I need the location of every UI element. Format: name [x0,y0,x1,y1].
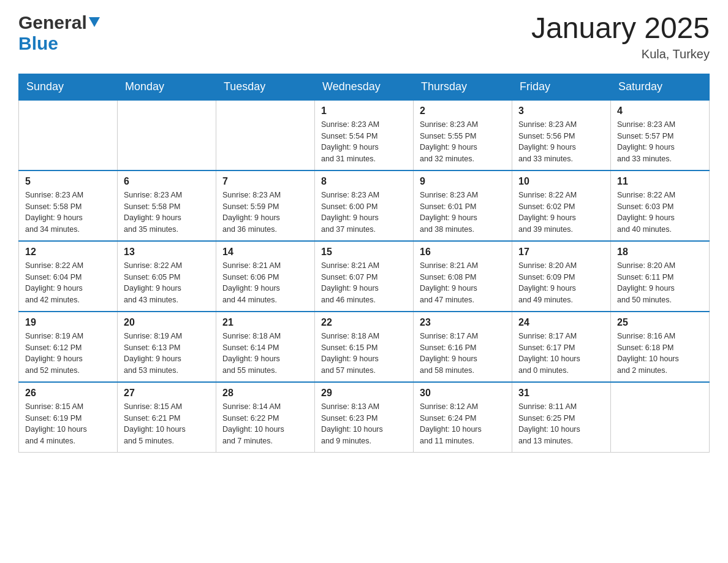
day-info: Sunrise: 8:15 AMSunset: 6:19 PMDaylight:… [25,401,111,447]
month-title: January 2025 [531,12,710,45]
calendar-cell: 21Sunrise: 8:18 AMSunset: 6:14 PMDayligh… [216,312,315,382]
day-info: Sunrise: 8:23 AMSunset: 5:54 PMDaylight:… [321,119,407,165]
day-info: Sunrise: 8:21 AMSunset: 6:07 PMDaylight:… [321,260,407,306]
day-info: Sunrise: 8:22 AMSunset: 6:03 PMDaylight:… [617,190,703,236]
day-info: Sunrise: 8:23 AMSunset: 5:56 PMDaylight:… [518,119,604,165]
day-info: Sunrise: 8:21 AMSunset: 6:08 PMDaylight:… [420,260,506,306]
calendar-cell: 11Sunrise: 8:22 AMSunset: 6:03 PMDayligh… [611,170,710,241]
day-number: 22 [321,317,407,328]
day-info: Sunrise: 8:23 AMSunset: 5:59 PMDaylight:… [222,190,308,236]
day-number: 29 [321,388,407,399]
day-info: Sunrise: 8:23 AMSunset: 6:01 PMDaylight:… [420,190,506,236]
day-info: Sunrise: 8:20 AMSunset: 6:09 PMDaylight:… [518,260,604,306]
day-info: Sunrise: 8:23 AMSunset: 6:00 PMDaylight:… [321,190,407,236]
day-number: 6 [124,176,210,187]
calendar-cell: 27Sunrise: 8:15 AMSunset: 6:21 PMDayligh… [118,382,216,453]
calendar-cell: 18Sunrise: 8:20 AMSunset: 6:11 PMDayligh… [611,241,710,312]
calendar-cell: 24Sunrise: 8:17 AMSunset: 6:17 PMDayligh… [512,312,611,382]
calendar-cell: 8Sunrise: 8:23 AMSunset: 6:00 PMDaylight… [315,170,414,241]
calendar-cell: 31Sunrise: 8:11 AMSunset: 6:25 PMDayligh… [512,382,611,453]
day-number: 12 [25,247,111,258]
calendar-cell: 22Sunrise: 8:18 AMSunset: 6:15 PMDayligh… [315,312,414,382]
calendar-week-row: 26Sunrise: 8:15 AMSunset: 6:19 PMDayligh… [19,382,710,453]
calendar-cell: 1Sunrise: 8:23 AMSunset: 5:54 PMDaylight… [315,100,414,170]
day-number: 2 [420,105,506,117]
day-number: 1 [321,105,407,117]
calendar-cell [216,100,315,170]
day-number: 3 [518,105,604,117]
day-number: 13 [124,247,210,258]
day-info: Sunrise: 8:22 AMSunset: 6:02 PMDaylight:… [518,190,604,236]
day-of-week-header: Wednesday [315,74,414,100]
logo-blue-text: Blue [18,33,58,53]
day-of-week-header: Monday [118,74,216,100]
day-number: 27 [124,388,210,399]
location: Kula, Turkey [531,47,710,61]
day-info: Sunrise: 8:22 AMSunset: 6:04 PMDaylight:… [25,260,111,306]
calendar-cell: 19Sunrise: 8:19 AMSunset: 6:12 PMDayligh… [19,312,118,382]
day-info: Sunrise: 8:17 AMSunset: 6:16 PMDaylight:… [420,331,506,377]
calendar-cell: 4Sunrise: 8:23 AMSunset: 5:57 PMDaylight… [611,100,710,170]
day-number: 11 [617,176,703,187]
day-info: Sunrise: 8:23 AMSunset: 5:58 PMDaylight:… [25,190,111,236]
calendar-cell: 14Sunrise: 8:21 AMSunset: 6:06 PMDayligh… [216,241,315,312]
calendar-week-row: 12Sunrise: 8:22 AMSunset: 6:04 PMDayligh… [19,241,710,312]
day-number: 20 [124,317,210,328]
title-section: January 2025 Kula, Turkey [531,12,710,61]
day-number: 31 [518,388,604,399]
day-number: 9 [420,176,506,187]
day-of-week-header: Friday [512,74,611,100]
calendar-cell: 28Sunrise: 8:14 AMSunset: 6:22 PMDayligh… [216,382,315,453]
calendar-cell: 23Sunrise: 8:17 AMSunset: 6:16 PMDayligh… [414,312,512,382]
calendar-cell: 29Sunrise: 8:13 AMSunset: 6:23 PMDayligh… [315,382,414,453]
day-info: Sunrise: 8:22 AMSunset: 6:05 PMDaylight:… [124,260,210,306]
day-number: 23 [420,317,506,328]
calendar-cell: 9Sunrise: 8:23 AMSunset: 6:01 PMDaylight… [414,170,512,241]
day-number: 24 [518,317,604,328]
day-info: Sunrise: 8:18 AMSunset: 6:15 PMDaylight:… [321,331,407,377]
day-info: Sunrise: 8:18 AMSunset: 6:14 PMDaylight:… [222,331,308,377]
calendar-cell: 10Sunrise: 8:22 AMSunset: 6:02 PMDayligh… [512,170,611,241]
day-number: 19 [25,317,111,328]
day-info: Sunrise: 8:14 AMSunset: 6:22 PMDaylight:… [222,401,308,447]
day-info: Sunrise: 8:15 AMSunset: 6:21 PMDaylight:… [124,401,210,447]
day-of-week-header: Sunday [19,74,118,100]
day-number: 28 [222,388,308,399]
day-number: 15 [321,247,407,258]
page-header: General Blue January 2025 Kula, Turkey [18,12,710,61]
day-number: 5 [25,176,111,187]
calendar-cell: 26Sunrise: 8:15 AMSunset: 6:19 PMDayligh… [19,382,118,453]
day-number: 10 [518,176,604,187]
day-number: 17 [518,247,604,258]
logo: General Blue [18,12,100,54]
calendar-cell: 17Sunrise: 8:20 AMSunset: 6:09 PMDayligh… [512,241,611,312]
calendar-header-row: SundayMondayTuesdayWednesdayThursdayFrid… [19,74,710,100]
calendar-cell: 15Sunrise: 8:21 AMSunset: 6:07 PMDayligh… [315,241,414,312]
calendar-cell: 6Sunrise: 8:23 AMSunset: 5:58 PMDaylight… [118,170,216,241]
day-info: Sunrise: 8:11 AMSunset: 6:25 PMDaylight:… [518,401,604,447]
calendar-cell: 12Sunrise: 8:22 AMSunset: 6:04 PMDayligh… [19,241,118,312]
calendar-cell: 7Sunrise: 8:23 AMSunset: 5:59 PMDaylight… [216,170,315,241]
svg-marker-0 [89,17,100,27]
calendar-cell [611,382,710,453]
day-info: Sunrise: 8:17 AMSunset: 6:17 PMDaylight:… [518,331,604,377]
calendar-cell: 30Sunrise: 8:12 AMSunset: 6:24 PMDayligh… [414,382,512,453]
day-number: 7 [222,176,308,187]
day-info: Sunrise: 8:23 AMSunset: 5:55 PMDaylight:… [420,119,506,165]
calendar-cell [118,100,216,170]
day-number: 14 [222,247,308,258]
day-of-week-header: Saturday [611,74,710,100]
calendar-cell: 3Sunrise: 8:23 AMSunset: 5:56 PMDaylight… [512,100,611,170]
day-info: Sunrise: 8:21 AMSunset: 6:06 PMDaylight:… [222,260,308,306]
day-number: 4 [617,105,703,117]
day-info: Sunrise: 8:12 AMSunset: 6:24 PMDaylight:… [420,401,506,447]
calendar-cell: 2Sunrise: 8:23 AMSunset: 5:55 PMDaylight… [414,100,512,170]
calendar-cell: 25Sunrise: 8:16 AMSunset: 6:18 PMDayligh… [611,312,710,382]
calendar-week-row: 19Sunrise: 8:19 AMSunset: 6:12 PMDayligh… [19,312,710,382]
day-info: Sunrise: 8:13 AMSunset: 6:23 PMDaylight:… [321,401,407,447]
day-number: 25 [617,317,703,328]
day-of-week-header: Thursday [414,74,512,100]
day-number: 30 [420,388,506,399]
day-number: 26 [25,388,111,399]
calendar-week-row: 1Sunrise: 8:23 AMSunset: 5:54 PMDaylight… [19,100,710,170]
